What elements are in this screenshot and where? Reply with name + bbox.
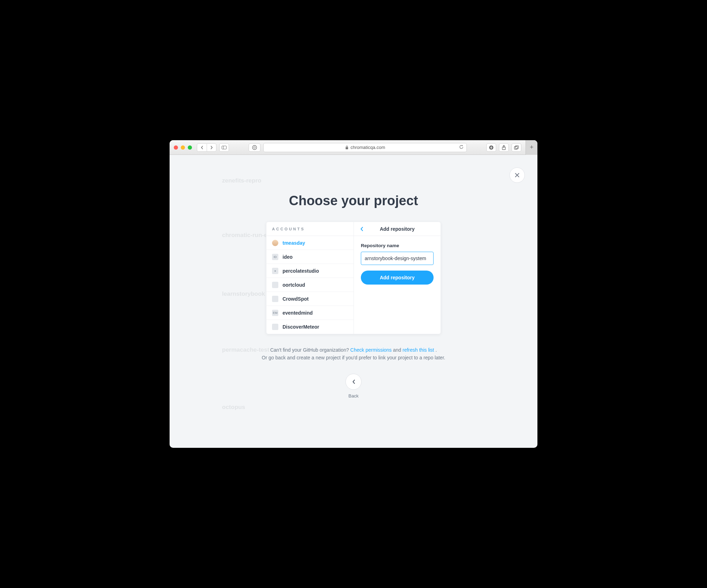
account-item[interactable]: CrowdSpot [266,292,354,306]
page-body: zenefits-reprochromatic-run-examplelearn… [170,155,537,448]
account-avatar: ID [272,254,278,260]
repository-header: Add repository [354,222,441,236]
svg-rect-4 [345,147,348,149]
lock-icon [345,145,349,150]
privacy-report-button[interactable] [249,143,260,152]
account-avatar: ● [272,268,278,274]
accounts-column: ACCOUNTS tmeasdayIDideo●percolatestudioo… [266,222,354,334]
back-nav-button[interactable] [197,143,207,152]
repository-column: Add repository Repository name Add repos… [354,222,441,334]
account-label: ideo [283,254,293,260]
address-text: chromaticqa.com [351,145,385,150]
browser-toolbar: chromaticqa.com + [170,140,537,155]
browser-window: chromaticqa.com + zenefits-reprochromati… [170,140,537,448]
account-avatar [272,282,278,288]
account-item[interactable]: DiscoverMeteor [266,320,354,334]
shield-icon [252,145,257,150]
account-item[interactable]: oortcloud [266,278,354,292]
back-label: Back [349,393,359,399]
help-text-1c: . [434,347,437,353]
check-permissions-link[interactable]: Check permissions [350,347,392,353]
back-section: Back [345,374,362,399]
downloads-button[interactable] [486,143,496,152]
chevron-left-icon [360,227,363,231]
help-text: Can't find your GitHub organization? Che… [262,346,445,362]
modal-content: Choose your project ACCOUNTS tmeasdayIDi… [170,155,537,399]
account-avatar [272,240,278,246]
sidebar-toggle-button[interactable] [219,143,229,152]
svg-point-3 [254,146,256,148]
refresh-list-link[interactable]: refresh this list [402,347,434,353]
repo-back-button[interactable] [358,227,365,231]
plus-icon: + [530,144,534,151]
window-controls [174,145,192,150]
back-button[interactable] [345,374,362,390]
close-window-button[interactable] [174,145,178,150]
account-label: CrowdSpot [283,296,309,302]
svg-rect-0 [222,146,227,149]
account-avatar [272,324,278,330]
chevron-left-icon [352,379,355,384]
help-text-1b: and [392,347,402,353]
svg-rect-7 [514,146,517,149]
nav-buttons [197,143,216,152]
account-item[interactable]: EMeventedmind [266,306,354,320]
minimize-window-button[interactable] [181,145,185,150]
repo-header-title: Add repository [354,226,441,232]
ghost-project: octopus [222,404,245,411]
reload-button[interactable] [459,145,464,150]
forward-nav-button[interactable] [207,143,216,152]
new-tab-button[interactable]: + [526,140,537,155]
page-title: Choose your project [289,193,418,208]
zoom-window-button[interactable] [188,145,192,150]
download-icon [489,145,494,150]
account-label: eventedmind [283,310,313,316]
sidebar-icon [222,146,227,149]
account-label: percolatestudio [283,268,319,274]
svg-point-2 [252,145,257,150]
account-label: tmeasday [283,240,305,246]
account-item[interactable]: ●percolatestudio [266,264,354,278]
tabs-button[interactable] [512,143,521,152]
help-text-1a: Can't find your GitHub organization? [270,347,350,353]
svg-rect-8 [515,145,519,148]
chevron-left-icon [200,146,204,149]
account-label: oortcloud [283,282,305,288]
address-bar[interactable]: chromaticqa.com [263,143,467,152]
account-item[interactable]: IDideo [266,250,354,264]
accounts-header: ACCOUNTS [266,222,354,236]
share-button[interactable] [499,143,509,152]
repo-form: Repository name Add repository [354,236,441,292]
account-avatar: EM [272,310,278,316]
help-text-2: Or go back and create a new project if y… [262,354,445,361]
account-avatar [272,296,278,302]
repo-name-input[interactable] [361,252,434,265]
share-icon [502,145,506,150]
project-chooser-card: ACCOUNTS tmeasdayIDideo●percolatestudioo… [266,222,441,334]
tabs-icon [514,145,519,150]
account-item[interactable]: tmeasday [266,236,354,250]
account-label: DiscoverMeteor [283,324,319,330]
add-repo-button[interactable]: Add repository [361,271,434,285]
reload-icon [459,145,464,149]
repo-name-label: Repository name [361,243,434,248]
chevron-right-icon [210,146,213,149]
